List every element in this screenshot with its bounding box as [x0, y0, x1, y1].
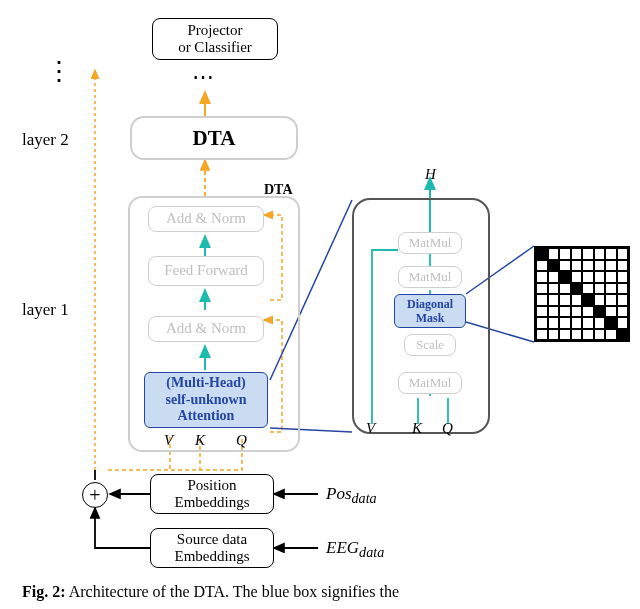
- matmul-top: MatMul: [398, 232, 462, 254]
- dta-layer2-box: DTA: [130, 116, 298, 160]
- label-layer2: layer 2: [22, 130, 69, 150]
- dta-small-label: DTA: [264, 182, 293, 198]
- source-embeddings-box: Source data Embeddings: [150, 528, 274, 568]
- detail-q: Q: [442, 420, 453, 437]
- source-embeddings-text: Source data Embeddings: [175, 531, 250, 566]
- detail-k: K: [412, 420, 422, 437]
- pos-sub: data: [352, 490, 377, 506]
- eeg-label: EEG: [326, 538, 359, 557]
- plus-icon: +: [82, 482, 108, 508]
- matmul-bottom-text: MatMul: [409, 376, 452, 391]
- feedforward: Feed Forward: [148, 256, 264, 286]
- caption-bold: Fig. 2:: [22, 583, 66, 600]
- label-layer1: layer 1: [22, 300, 69, 320]
- projector-text: Projector or Classifier: [178, 22, 252, 57]
- eeg-sub: data: [359, 544, 384, 560]
- position-embeddings-box: Position Embeddings: [150, 474, 274, 514]
- diagonal-mask-text: Diagonal Mask: [407, 297, 453, 326]
- pos-data-input: Posdata: [326, 484, 377, 507]
- dta-layer2-label: DTA: [193, 126, 236, 151]
- sua-text: (Multi-Head) self-unknown Attention: [166, 375, 247, 425]
- position-embeddings-text: Position Embeddings: [175, 477, 250, 512]
- addnorm-top: Add & Norm: [148, 206, 264, 232]
- projector-box: Projector or Classifier: [152, 18, 278, 60]
- vdots-icon: ⋮: [46, 56, 74, 87]
- hdots-icon: ⋯: [192, 64, 216, 90]
- matmul-mid-text: MatMul: [409, 270, 452, 285]
- detail-v: V: [366, 420, 375, 437]
- addnorm-bottom-text: Add & Norm: [166, 320, 246, 337]
- matmul-top-text: MatMul: [409, 236, 452, 251]
- scale-box: Scale: [404, 334, 456, 356]
- caption-rest: Architecture of the DTA. The blue box si…: [66, 583, 399, 600]
- matmul-bottom: MatMul: [398, 372, 462, 394]
- eeg-data-input: EEGdata: [326, 538, 384, 561]
- diagonal-mask-matrix: [534, 246, 630, 342]
- addnorm-bottom: Add & Norm: [148, 316, 264, 342]
- pos-label: Pos: [326, 484, 352, 503]
- label-k: K: [195, 432, 205, 449]
- label-H: H: [425, 166, 436, 183]
- diagonal-mask-box: Diagonal Mask: [394, 294, 466, 328]
- figure-caption: Fig. 2: Architecture of the DTA. The blu…: [22, 582, 618, 603]
- feedforward-text: Feed Forward: [164, 262, 248, 279]
- label-v: V: [164, 432, 173, 449]
- matmul-mid: MatMul: [398, 266, 462, 288]
- self-unknown-attention-box: (Multi-Head) self-unknown Attention: [144, 372, 268, 428]
- scale-text: Scale: [416, 338, 444, 353]
- label-q: Q: [236, 432, 247, 449]
- addnorm-top-text: Add & Norm: [166, 210, 246, 227]
